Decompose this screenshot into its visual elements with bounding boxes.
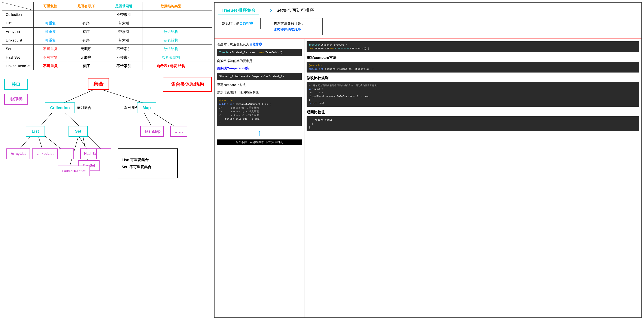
add-rule-desc: 添加比较规则，返回相应的值: [217, 90, 302, 95]
table-row: ArrayList 可重复 有序 带索引 数组结构: [2, 27, 212, 36]
arraylist-node: ArrayList: [6, 148, 30, 159]
row-index-set: 不带索引: [105, 45, 142, 53]
header-structure: 数据结构类型: [142, 2, 199, 10]
arrow-right: ⟹: [264, 7, 272, 14]
linkedhashset-node: LinkedHashSet: [58, 166, 90, 176]
row-index-linkedlist: 带索引: [105, 36, 142, 45]
set-desc: Set集合 可进行排序: [276, 7, 314, 13]
dots1-node: ……: [59, 148, 74, 159]
table-section: 可重复性 是否有顺序 是否带索引 数据结构类型 Collection 不带索引: [2, 2, 212, 70]
svg-line-2: [98, 89, 146, 103]
row-index-hashset: 不带索引: [105, 53, 142, 62]
left-panel: 可重复性 是否有顺序 是否带索引 数据结构类型 Collection 不带索引: [2, 2, 212, 318]
row-structure-linkedhashset: 哈希表+链表 结构: [142, 62, 199, 70]
svg-line-9: [42, 133, 63, 151]
diagram-section: 接口 实现类 集合 集合类体系结构 Collection 单列: [2, 75, 212, 318]
add-req-desc: 向数组添加的类的要求是：: [217, 58, 302, 63]
row-name-collection: Collection: [2, 10, 34, 19]
treeset-header: TreeSet 排序集合 ⟹ Set集合 可进行排序: [218, 6, 638, 15]
row-order-set: 无顺序: [67, 45, 105, 53]
desc-list: List: 可重复集合: [122, 157, 148, 162]
desc-set: Set: 不可重复集合: [122, 164, 151, 169]
svg-line-1: [62, 89, 96, 103]
right-bottom: 创建时，构造器默认为自然排序 TreeSet<Student_2> tree =…: [214, 39, 642, 318]
row-index-linkedhashset: 不带索引: [105, 62, 142, 70]
row-structure-arraylist: 数组结构: [142, 27, 199, 36]
row-name-list: List: [2, 19, 34, 27]
natural-sort-label: 自然排序: [239, 21, 253, 25]
code-block-6: // 这单元方面用前后两个对象的成员方法，因为成员变量私有化！ int num1…: [306, 82, 639, 107]
row-repeat-linkedhashset: 不可重复: [34, 62, 67, 70]
collection-table: 可重复性 是否有顺序 是否带索引 数据结构类型 Collection 不带索引: [2, 2, 212, 70]
comparator-label: 比较排序的实现类: [274, 27, 318, 32]
row-repeat-arraylist: 可重复: [34, 27, 67, 36]
right-bottom-left: 创建时，构造器默认为自然排序 TreeSet<Student_2> tree =…: [214, 39, 304, 318]
right-bottom-right: TreeSet<Student> treeSet = new TreeSet<>…: [304, 39, 642, 318]
hashmap-node: HashMap: [140, 126, 164, 137]
row-structure-collection: [142, 10, 199, 19]
dots2-node: ……: [96, 148, 111, 159]
row-index-arraylist: 带索引: [105, 27, 142, 36]
row-repeat-linkedlist: 可重复: [34, 36, 67, 45]
default-sort-box: 默认时：是自然排序: [218, 18, 260, 29]
dots3-node: ……: [170, 126, 187, 137]
section-modify: 修改比较规则: [306, 75, 639, 80]
bottom-label: 附加条件：年龄相同时，比较名字排列: [217, 139, 302, 145]
table-row: LinkedHashSet 不可重复 有序 不带索引 哈希表+链表 结构: [2, 62, 212, 70]
treeset-box: TreeSet 排序集合: [218, 6, 259, 15]
list-node: List: [26, 126, 45, 137]
code-block-4: TreeSet<Student> treeSet = new TreeSet<>…: [306, 41, 639, 52]
row-order-list: 有序: [67, 19, 105, 27]
table-row: LinkedList 可重复 有序 带索引 链表结构: [2, 36, 212, 45]
table-row: Collection 不带索引: [2, 10, 212, 19]
row-repeat-list: 可重复: [34, 19, 67, 27]
collection-root-box: 集合: [88, 78, 109, 90]
create-desc: 创建时，构造器默认为自然排序: [217, 42, 302, 47]
row-order-hashset: 无顺序: [67, 53, 105, 62]
arrow-up: ↑: [217, 128, 302, 137]
main-container: 可重复性 是否有顺序 是否带索引 数据结构类型 Collection 不带索引: [0, 0, 644, 320]
row-index-collection: 不带索引: [105, 10, 142, 19]
row-index-list: 带索引: [105, 19, 142, 27]
row-repeat-hashset: 不可重复: [34, 53, 67, 62]
header-order: 是否有顺序: [67, 2, 105, 10]
table-row: List 可重复 有序 带索引: [2, 19, 212, 27]
row-structure-list: [142, 19, 199, 27]
comparable-req-desc: 要实现Comparable接口: [217, 66, 302, 71]
row-name-hashset: HashSet: [2, 53, 34, 62]
section-override: 重写compare方法: [306, 55, 639, 60]
header-repeat: 可重复性: [34, 2, 67, 10]
collection-sublabel: 单列集合: [77, 105, 91, 110]
system-title-box: 集合类体系结构: [163, 77, 212, 92]
code-block-2: Student_2 implements Comparable<Student_…: [217, 73, 302, 80]
right-top: TreeSet 排序集合 ⟹ Set集合 可进行排序 默认时：是自然排序 构造方…: [214, 2, 642, 39]
row-order-collection: [67, 10, 105, 19]
row-repeat-set: 不可重复: [34, 45, 67, 53]
row-structure-linkedlist: 链表结构: [142, 36, 199, 45]
code-block-5: @Override public int compare(Student o1,…: [306, 62, 639, 73]
override-label: 重写compareTo方法: [217, 82, 302, 87]
construct-box: 构造方法参数可是： 比较排序的实现类: [269, 18, 323, 35]
right-top-info: 默认时：是自然排序 构造方法参数可是： 比较排序的实现类: [218, 18, 638, 35]
row-order-linkedhashset: 有序: [67, 62, 105, 70]
section-return: 返回比较值: [306, 110, 639, 115]
row-name-linkedhashset: LinkedHashSet: [2, 62, 34, 70]
row-name-arraylist: ArrayList: [2, 27, 34, 36]
row-order-arraylist: 有序: [67, 27, 105, 36]
row-name-set: Set: [2, 45, 34, 53]
row-name-linkedlist: LinkedList: [2, 36, 34, 45]
row-repeat-collection: [34, 10, 67, 19]
table-row: Set 不可重复 无顺序 不带索引 数组结构: [2, 45, 212, 53]
row-structure-hashset: 哈希表结构: [142, 53, 199, 62]
code-block-1: TreeSet<Student_2> tree = new TreeSet<>(…: [217, 49, 302, 56]
impl-box: 实现类: [4, 94, 28, 105]
right-panel: TreeSet 排序集合 ⟹ Set集合 可进行排序 默认时：是自然排序 构造方…: [214, 2, 642, 318]
collection-node: Collection: [45, 102, 75, 113]
svg-line-0: [2, 2, 34, 10]
set-node: Set: [68, 126, 88, 137]
interface-box: 接口: [4, 79, 28, 90]
code-block-7: return num1; } };: [306, 116, 639, 131]
code-block-3: @Override public int compareTo(Student_2…: [217, 97, 302, 126]
table-row: HashSet 不可重复 无顺序 不带索引 哈希表结构: [2, 53, 212, 62]
row-structure-set: 数组结构: [142, 45, 199, 53]
